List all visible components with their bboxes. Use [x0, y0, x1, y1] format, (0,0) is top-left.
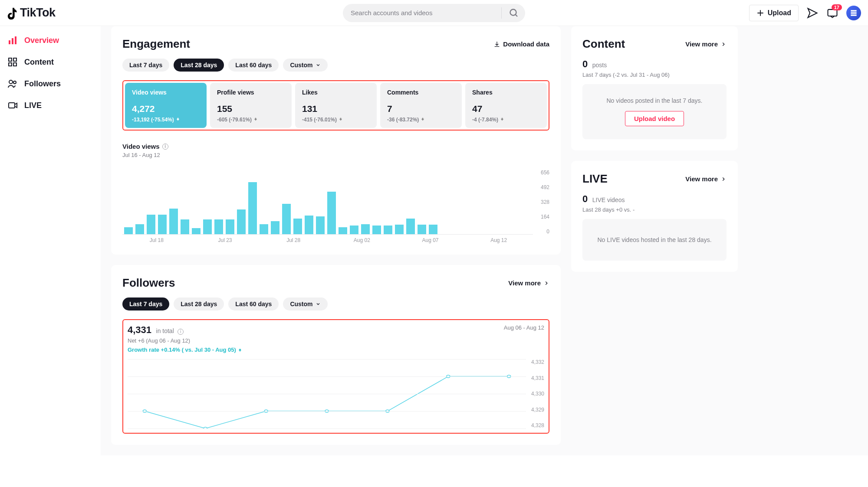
content-count-label: posts [592, 62, 607, 69]
bar [384, 226, 392, 234]
sidebar-item-label: Content [24, 58, 54, 67]
search-icon [509, 8, 519, 18]
info-icon[interactable]: i [178, 329, 184, 335]
chart-icon [7, 35, 18, 46]
pill-label: Custom [290, 301, 312, 307]
view-more-label: View more [508, 279, 541, 287]
svg-rect-9 [9, 58, 12, 61]
messages-button[interactable] [806, 7, 819, 19]
bar [350, 226, 358, 234]
followers-title: Followers [122, 276, 175, 290]
bar [260, 224, 268, 234]
svg-rect-3 [851, 10, 856, 11]
search-container [343, 4, 525, 22]
bar [305, 216, 313, 234]
chevron-right-icon [720, 41, 727, 47]
bar [214, 219, 223, 234]
sidebar-item-label: Overview [24, 36, 59, 45]
download-data-button[interactable]: Download data [493, 40, 549, 48]
bar [158, 215, 167, 234]
bar [237, 209, 246, 234]
avatar[interactable] [846, 6, 861, 20]
avatar-icon [849, 9, 858, 17]
metric-likes[interactable]: Likes131-415 (-76.01%) [295, 83, 377, 128]
engagement-range-pills: Last 7 days Last 28 days Last 60 days Cu… [122, 59, 549, 72]
live-empty-msg: No LIVE videos hosted in the last 28 day… [597, 236, 711, 243]
content-view-more[interactable]: View more [685, 40, 727, 48]
video-views-chart-block: Video views i Jul 16 - Aug 12 6564923281… [122, 143, 549, 243]
send-icon [806, 7, 819, 19]
bar [418, 225, 426, 234]
inbox-badge: 17 [832, 4, 842, 10]
metric-profile-views[interactable]: Profile views155-605 (-79.61%) [210, 83, 292, 128]
search-button[interactable] [505, 4, 523, 22]
arrow-up-icon [238, 348, 242, 352]
followers-highlight-box: 4,331 in total i Aug 06 - Aug 12 Net +6 … [122, 319, 549, 434]
svg-point-14 [13, 81, 16, 84]
chevron-down-icon [316, 301, 321, 307]
pill-custom[interactable]: Custom [283, 297, 327, 311]
bar [147, 215, 155, 234]
live-count: 0 [582, 193, 588, 204]
pill-last-7-days[interactable]: Last 7 days [122, 297, 169, 311]
bar [406, 219, 415, 234]
followers-range-text: Aug 06 - Aug 12 [504, 324, 544, 336]
content-empty-msg: No videos posted in the last 7 days. [606, 97, 702, 104]
bar [293, 219, 302, 234]
sidebar-item-overview[interactable]: Overview [0, 29, 101, 51]
download-label: Download data [503, 40, 549, 48]
metric-video-views[interactable]: Video views4,272-13,192 (-75.54%) [125, 83, 207, 128]
pill-last-7-days[interactable]: Last 7 days [122, 59, 169, 72]
svg-rect-7 [12, 38, 13, 44]
bar [271, 221, 279, 234]
sidebar-item-followers[interactable]: Followers [0, 73, 101, 95]
svg-rect-6 [9, 40, 10, 44]
svg-rect-12 [13, 63, 16, 66]
live-view-more[interactable]: View more [685, 175, 727, 183]
brand-logo[interactable]: TikTok [7, 6, 56, 20]
bar [429, 225, 437, 234]
metric-shares[interactable]: Shares47-4 (-7.84%) [465, 83, 547, 128]
pill-last-60-days[interactable]: Last 60 days [228, 59, 279, 72]
inbox-button[interactable]: 17 [826, 7, 838, 19]
followers-net: Net +6 (Aug 06 - Aug 12) [128, 337, 544, 344]
bar [327, 192, 336, 234]
plus-icon [756, 9, 764, 17]
bar [169, 209, 178, 234]
sidebar-item-content[interactable]: Content [0, 51, 101, 73]
sidebar-item-live[interactable]: LIVE [0, 95, 101, 116]
engagement-title: Engagement [122, 37, 190, 51]
people-icon [7, 78, 18, 89]
upload-video-button[interactable]: Upload video [625, 111, 684, 126]
svg-rect-4 [851, 12, 856, 13]
live-panel: LIVE View more 0 LIVE videos Last 28 day… [571, 161, 738, 272]
pill-custom[interactable]: Custom [283, 59, 327, 72]
view-more-label: View more [685, 40, 718, 48]
svg-point-13 [9, 80, 13, 84]
pill-last-28-days[interactable]: Last 28 days [174, 297, 224, 311]
chevron-down-icon [316, 62, 321, 68]
followers-view-more[interactable]: View more [508, 279, 549, 287]
followers-card: Followers View more Last 7 days Last 28 … [111, 265, 561, 445]
sidebar-item-label: LIVE [24, 101, 42, 110]
download-icon [493, 41, 500, 48]
pill-last-28-days[interactable]: Last 28 days [174, 59, 224, 72]
bar [192, 228, 201, 234]
metric-comments[interactable]: Comments7-36 (-83.72%) [380, 83, 462, 128]
sidebar-item-label: Followers [24, 79, 61, 88]
followers-range-pills: Last 7 days Last 28 days Last 60 days Cu… [122, 297, 549, 311]
live-empty-panel: No LIVE videos hosted in the last 28 day… [582, 219, 727, 261]
upload-button[interactable]: Upload [749, 5, 799, 21]
bar [124, 227, 133, 234]
info-icon[interactable]: i [162, 144, 168, 150]
bar [181, 219, 189, 234]
pill-last-60-days[interactable]: Last 60 days [228, 297, 279, 311]
svg-line-1 [516, 14, 518, 16]
bar-chart: 6564923281640 [122, 170, 549, 235]
svg-rect-15 [9, 103, 15, 108]
top-bar: TikTok Upload 17 [0, 0, 868, 26]
chevron-right-icon [543, 280, 549, 286]
bar [372, 226, 381, 234]
search-input[interactable] [351, 9, 500, 16]
svg-point-0 [510, 9, 516, 15]
